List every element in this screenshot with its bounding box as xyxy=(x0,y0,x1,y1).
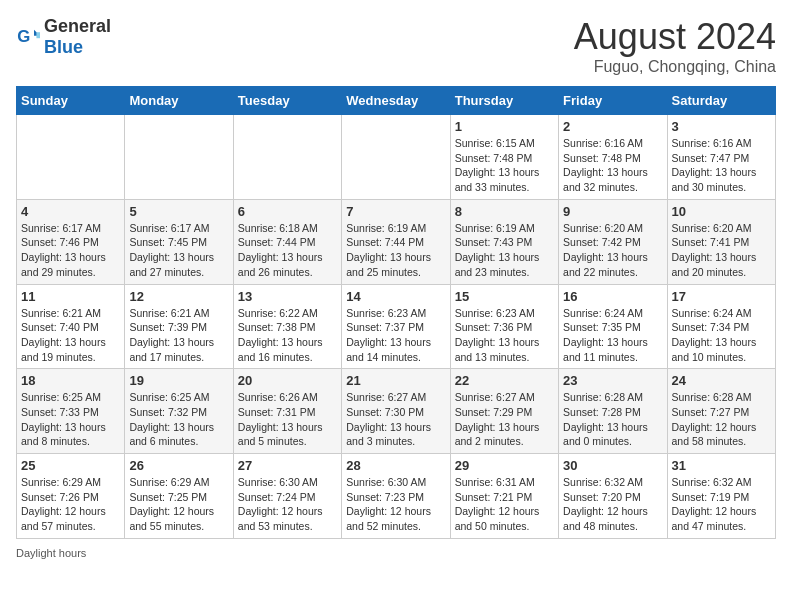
calendar-cell: 19Sunrise: 6:25 AM Sunset: 7:32 PM Dayli… xyxy=(125,369,233,454)
day-number: 20 xyxy=(238,373,337,388)
calendar-header-cell: Saturday xyxy=(667,87,775,115)
day-number: 4 xyxy=(21,204,120,219)
calendar-cell xyxy=(233,115,341,200)
calendar-cell xyxy=(342,115,450,200)
day-number: 3 xyxy=(672,119,771,134)
day-detail: Sunrise: 6:24 AM Sunset: 7:34 PM Dayligh… xyxy=(672,306,771,365)
calendar-cell: 13Sunrise: 6:22 AM Sunset: 7:38 PM Dayli… xyxy=(233,284,341,369)
day-number: 16 xyxy=(563,289,662,304)
day-number: 1 xyxy=(455,119,554,134)
day-detail: Sunrise: 6:22 AM Sunset: 7:38 PM Dayligh… xyxy=(238,306,337,365)
day-detail: Sunrise: 6:19 AM Sunset: 7:43 PM Dayligh… xyxy=(455,221,554,280)
day-number: 22 xyxy=(455,373,554,388)
day-number: 9 xyxy=(563,204,662,219)
calendar-cell: 30Sunrise: 6:32 AM Sunset: 7:20 PM Dayli… xyxy=(559,454,667,539)
calendar-week-row: 1Sunrise: 6:15 AM Sunset: 7:48 PM Daylig… xyxy=(17,115,776,200)
calendar-body: 1Sunrise: 6:15 AM Sunset: 7:48 PM Daylig… xyxy=(17,115,776,539)
day-detail: Sunrise: 6:32 AM Sunset: 7:19 PM Dayligh… xyxy=(672,475,771,534)
day-number: 25 xyxy=(21,458,120,473)
calendar-cell: 5Sunrise: 6:17 AM Sunset: 7:45 PM Daylig… xyxy=(125,199,233,284)
day-detail: Sunrise: 6:17 AM Sunset: 7:46 PM Dayligh… xyxy=(21,221,120,280)
calendar-cell: 14Sunrise: 6:23 AM Sunset: 7:37 PM Dayli… xyxy=(342,284,450,369)
day-number: 5 xyxy=(129,204,228,219)
day-number: 19 xyxy=(129,373,228,388)
day-detail: Sunrise: 6:29 AM Sunset: 7:25 PM Dayligh… xyxy=(129,475,228,534)
day-number: 10 xyxy=(672,204,771,219)
day-number: 29 xyxy=(455,458,554,473)
day-number: 13 xyxy=(238,289,337,304)
day-detail: Sunrise: 6:16 AM Sunset: 7:47 PM Dayligh… xyxy=(672,136,771,195)
calendar-cell: 1Sunrise: 6:15 AM Sunset: 7:48 PM Daylig… xyxy=(450,115,558,200)
daylight-label: Daylight hours xyxy=(16,547,86,559)
calendar-cell: 27Sunrise: 6:30 AM Sunset: 7:24 PM Dayli… xyxy=(233,454,341,539)
calendar-table: SundayMondayTuesdayWednesdayThursdayFrid… xyxy=(16,86,776,539)
calendar-cell: 11Sunrise: 6:21 AM Sunset: 7:40 PM Dayli… xyxy=(17,284,125,369)
day-number: 2 xyxy=(563,119,662,134)
day-number: 28 xyxy=(346,458,445,473)
calendar-cell: 20Sunrise: 6:26 AM Sunset: 7:31 PM Dayli… xyxy=(233,369,341,454)
calendar-week-row: 4Sunrise: 6:17 AM Sunset: 7:46 PM Daylig… xyxy=(17,199,776,284)
calendar-cell: 10Sunrise: 6:20 AM Sunset: 7:41 PM Dayli… xyxy=(667,199,775,284)
calendar-cell: 15Sunrise: 6:23 AM Sunset: 7:36 PM Dayli… xyxy=(450,284,558,369)
calendar-cell: 16Sunrise: 6:24 AM Sunset: 7:35 PM Dayli… xyxy=(559,284,667,369)
day-detail: Sunrise: 6:18 AM Sunset: 7:44 PM Dayligh… xyxy=(238,221,337,280)
day-detail: Sunrise: 6:27 AM Sunset: 7:30 PM Dayligh… xyxy=(346,390,445,449)
day-detail: Sunrise: 6:23 AM Sunset: 7:36 PM Dayligh… xyxy=(455,306,554,365)
calendar-cell: 28Sunrise: 6:30 AM Sunset: 7:23 PM Dayli… xyxy=(342,454,450,539)
calendar-cell: 8Sunrise: 6:19 AM Sunset: 7:43 PM Daylig… xyxy=(450,199,558,284)
calendar-week-row: 11Sunrise: 6:21 AM Sunset: 7:40 PM Dayli… xyxy=(17,284,776,369)
title-area: August 2024 Fuguo, Chongqing, China xyxy=(574,16,776,76)
calendar-cell: 17Sunrise: 6:24 AM Sunset: 7:34 PM Dayli… xyxy=(667,284,775,369)
day-detail: Sunrise: 6:30 AM Sunset: 7:24 PM Dayligh… xyxy=(238,475,337,534)
day-detail: Sunrise: 6:24 AM Sunset: 7:35 PM Dayligh… xyxy=(563,306,662,365)
calendar-header-cell: Wednesday xyxy=(342,87,450,115)
calendar-cell: 31Sunrise: 6:32 AM Sunset: 7:19 PM Dayli… xyxy=(667,454,775,539)
day-detail: Sunrise: 6:29 AM Sunset: 7:26 PM Dayligh… xyxy=(21,475,120,534)
day-detail: Sunrise: 6:17 AM Sunset: 7:45 PM Dayligh… xyxy=(129,221,228,280)
day-detail: Sunrise: 6:20 AM Sunset: 7:42 PM Dayligh… xyxy=(563,221,662,280)
calendar-header-row: SundayMondayTuesdayWednesdayThursdayFrid… xyxy=(17,87,776,115)
calendar-cell: 3Sunrise: 6:16 AM Sunset: 7:47 PM Daylig… xyxy=(667,115,775,200)
calendar-cell: 21Sunrise: 6:27 AM Sunset: 7:30 PM Dayli… xyxy=(342,369,450,454)
calendar-cell: 12Sunrise: 6:21 AM Sunset: 7:39 PM Dayli… xyxy=(125,284,233,369)
day-detail: Sunrise: 6:32 AM Sunset: 7:20 PM Dayligh… xyxy=(563,475,662,534)
day-detail: Sunrise: 6:30 AM Sunset: 7:23 PM Dayligh… xyxy=(346,475,445,534)
calendar-header-cell: Friday xyxy=(559,87,667,115)
logo-icon: G xyxy=(16,25,40,49)
logo-text: General Blue xyxy=(44,16,111,58)
day-detail: Sunrise: 6:31 AM Sunset: 7:21 PM Dayligh… xyxy=(455,475,554,534)
day-detail: Sunrise: 6:21 AM Sunset: 7:39 PM Dayligh… xyxy=(129,306,228,365)
header: G General Blue August 2024 Fuguo, Chongq… xyxy=(16,16,776,76)
logo: G General Blue xyxy=(16,16,111,58)
day-number: 31 xyxy=(672,458,771,473)
calendar-cell xyxy=(125,115,233,200)
day-detail: Sunrise: 6:28 AM Sunset: 7:27 PM Dayligh… xyxy=(672,390,771,449)
day-number: 26 xyxy=(129,458,228,473)
calendar-cell: 9Sunrise: 6:20 AM Sunset: 7:42 PM Daylig… xyxy=(559,199,667,284)
calendar-cell: 22Sunrise: 6:27 AM Sunset: 7:29 PM Dayli… xyxy=(450,369,558,454)
day-detail: Sunrise: 6:27 AM Sunset: 7:29 PM Dayligh… xyxy=(455,390,554,449)
calendar-cell: 26Sunrise: 6:29 AM Sunset: 7:25 PM Dayli… xyxy=(125,454,233,539)
main-title: August 2024 xyxy=(574,16,776,58)
day-number: 30 xyxy=(563,458,662,473)
footer: Daylight hours xyxy=(16,547,776,559)
day-detail: Sunrise: 6:19 AM Sunset: 7:44 PM Dayligh… xyxy=(346,221,445,280)
calendar-header-cell: Monday xyxy=(125,87,233,115)
calendar-cell: 29Sunrise: 6:31 AM Sunset: 7:21 PM Dayli… xyxy=(450,454,558,539)
logo-blue: Blue xyxy=(44,37,83,57)
calendar-cell: 4Sunrise: 6:17 AM Sunset: 7:46 PM Daylig… xyxy=(17,199,125,284)
calendar-cell: 25Sunrise: 6:29 AM Sunset: 7:26 PM Dayli… xyxy=(17,454,125,539)
day-number: 6 xyxy=(238,204,337,219)
calendar-cell: 18Sunrise: 6:25 AM Sunset: 7:33 PM Dayli… xyxy=(17,369,125,454)
svg-marker-2 xyxy=(36,32,40,38)
svg-text:G: G xyxy=(17,27,30,46)
calendar-week-row: 25Sunrise: 6:29 AM Sunset: 7:26 PM Dayli… xyxy=(17,454,776,539)
day-number: 12 xyxy=(129,289,228,304)
subtitle: Fuguo, Chongqing, China xyxy=(574,58,776,76)
calendar-cell: 24Sunrise: 6:28 AM Sunset: 7:27 PM Dayli… xyxy=(667,369,775,454)
day-detail: Sunrise: 6:25 AM Sunset: 7:32 PM Dayligh… xyxy=(129,390,228,449)
day-number: 24 xyxy=(672,373,771,388)
day-detail: Sunrise: 6:23 AM Sunset: 7:37 PM Dayligh… xyxy=(346,306,445,365)
day-detail: Sunrise: 6:15 AM Sunset: 7:48 PM Dayligh… xyxy=(455,136,554,195)
day-detail: Sunrise: 6:21 AM Sunset: 7:40 PM Dayligh… xyxy=(21,306,120,365)
